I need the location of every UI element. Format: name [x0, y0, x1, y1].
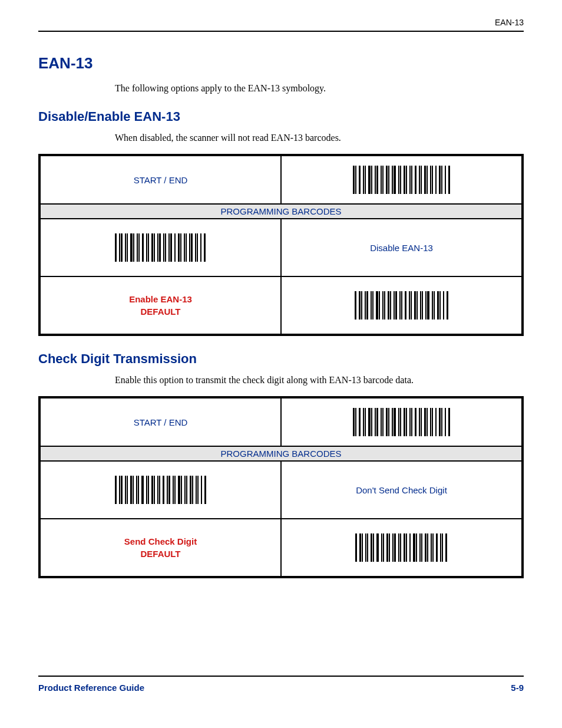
subsection-check-digit: Check Digit Transmission — [38, 351, 524, 367]
section-intro: The following options apply to the EAN-1… — [115, 83, 524, 94]
nosend-label: Don't Send Check Digit — [281, 461, 522, 519]
start-end-barcode — [281, 156, 522, 204]
barcode-icon — [355, 533, 448, 562]
default-text: DEFAULT — [140, 549, 180, 559]
barcode-icon — [115, 476, 207, 504]
footer-left: Product Reference Guide — [38, 683, 144, 693]
start-end-barcode — [281, 398, 522, 446]
header-rule — [38, 31, 524, 32]
barcode-icon — [355, 291, 449, 319]
enable-barcode — [281, 276, 522, 334]
send-barcode — [281, 519, 522, 577]
enable-label: Enable EAN-13 DEFAULT — [40, 276, 281, 334]
footer-rule — [38, 676, 524, 677]
disable-label: Disable EAN-13 — [281, 219, 522, 276]
start-end-label: START / END — [40, 156, 281, 204]
subsection-disable-enable: Disable/Enable EAN-13 — [38, 109, 524, 124]
nosend-barcode — [40, 461, 281, 519]
footer-right: 5-9 — [511, 683, 524, 693]
sub2-intro: Enable this option to transmit the check… — [115, 375, 524, 386]
programming-table-2: START / END PROGRAMMING BARCODES Don't S… — [38, 396, 524, 578]
default-text: DEFAULT — [140, 307, 180, 317]
barcode-icon — [353, 408, 451, 436]
page-footer: Product Reference Guide 5-9 — [38, 676, 524, 693]
programming-banner: PROGRAMMING BARCODES — [40, 446, 522, 461]
sub1-intro: When disabled, the scanner will not read… — [115, 133, 524, 143]
programming-table-1: START / END PROGRAMMING BARCODES Disable… — [38, 154, 524, 336]
send-label: Send Check Digit DEFAULT — [40, 519, 281, 577]
start-end-label: START / END — [40, 398, 281, 446]
disable-barcode — [40, 219, 281, 276]
send-text: Send Check Digit — [124, 536, 197, 546]
barcode-icon — [353, 166, 451, 194]
enable-text: Enable EAN-13 — [129, 294, 192, 304]
section-title: EAN-13 — [38, 54, 524, 73]
running-head: EAN-13 — [38, 18, 524, 31]
programming-banner: PROGRAMMING BARCODES — [40, 204, 522, 219]
barcode-icon — [115, 233, 206, 262]
